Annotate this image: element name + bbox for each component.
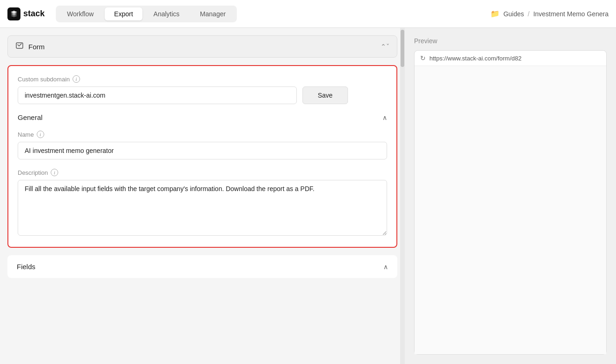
tab-manager[interactable]: Manager <box>191 7 235 20</box>
breadcrumb-separator: / <box>528 10 529 18</box>
preview-url-bar: ↻ https://www.stack-ai.com/form/d82 <box>415 51 606 66</box>
name-info-icon[interactable]: i <box>37 131 44 138</box>
scroll-thumb[interactable] <box>401 30 404 67</box>
nav-tabs: Workflow Export Analytics Manager <box>56 6 237 22</box>
breadcrumb: 📁 Guides / Investment Memo Genera <box>490 9 609 18</box>
subdomain-info-icon[interactable]: i <box>73 75 80 83</box>
fields-section: Fields ∧ <box>7 255 397 278</box>
form-selector-label: Form <box>28 43 45 51</box>
description-field-group: Description i <box>18 169 387 238</box>
left-panel-inner: Form ⌃˅ Custom subdomain i Save <box>0 28 405 364</box>
scroll-track <box>400 28 405 364</box>
breadcrumb-page: Investment Memo Genera <box>533 10 609 18</box>
preview-browser: ↻ https://www.stack-ai.com/form/d82 <box>414 50 607 355</box>
description-info-icon[interactable]: i <box>51 169 58 176</box>
tab-export[interactable]: Export <box>105 7 142 20</box>
form-selector-arrow-icon: ⌃˅ <box>381 43 389 50</box>
refresh-icon[interactable]: ↻ <box>420 54 426 62</box>
form-selector[interactable]: Form ⌃˅ <box>7 35 397 58</box>
breadcrumb-guides: Guides <box>503 10 524 18</box>
header: stack Workflow Export Analytics Manager … <box>0 0 616 28</box>
fields-collapse-icon[interactable]: ∧ <box>383 263 388 271</box>
name-label: Name i <box>18 131 387 138</box>
preview-content <box>415 66 606 354</box>
logo: stack <box>7 7 45 20</box>
form-selector-left: Form <box>15 41 45 52</box>
tab-workflow[interactable]: Workflow <box>58 7 103 20</box>
general-header: General ∧ <box>18 113 387 121</box>
main-content: Form ⌃˅ Custom subdomain i Save <box>0 28 616 364</box>
general-collapse-icon[interactable]: ∧ <box>382 114 387 121</box>
left-panel: Form ⌃˅ Custom subdomain i Save <box>0 28 405 364</box>
logo-text: stack <box>23 9 45 19</box>
folder-icon: 📁 <box>490 9 500 18</box>
name-field-group: Name i <box>18 131 387 159</box>
subdomain-input[interactable] <box>18 86 297 104</box>
tab-analytics[interactable]: Analytics <box>144 7 189 20</box>
custom-subdomain-group: Custom subdomain i Save <box>18 75 387 104</box>
general-section: General ∧ <box>18 113 387 121</box>
preview-label: Preview <box>414 37 607 45</box>
description-label: Description i <box>18 169 387 176</box>
custom-section: Custom subdomain i Save General ∧ <box>7 65 397 248</box>
subdomain-row: Save <box>18 86 387 104</box>
fields-header: Fields ∧ <box>17 263 388 271</box>
subdomain-label: Custom subdomain i <box>18 75 387 83</box>
description-textarea[interactable] <box>18 180 387 236</box>
form-selector-icon <box>15 41 24 52</box>
preview-url: https://www.stack-ai.com/form/d82 <box>429 55 522 62</box>
right-panel: Preview ↻ https://www.stack-ai.com/form/… <box>405 28 616 364</box>
general-title: General <box>18 113 42 121</box>
save-button[interactable]: Save <box>302 86 348 104</box>
name-input[interactable] <box>18 142 387 159</box>
logo-icon <box>7 7 20 20</box>
fields-title: Fields <box>17 263 35 271</box>
